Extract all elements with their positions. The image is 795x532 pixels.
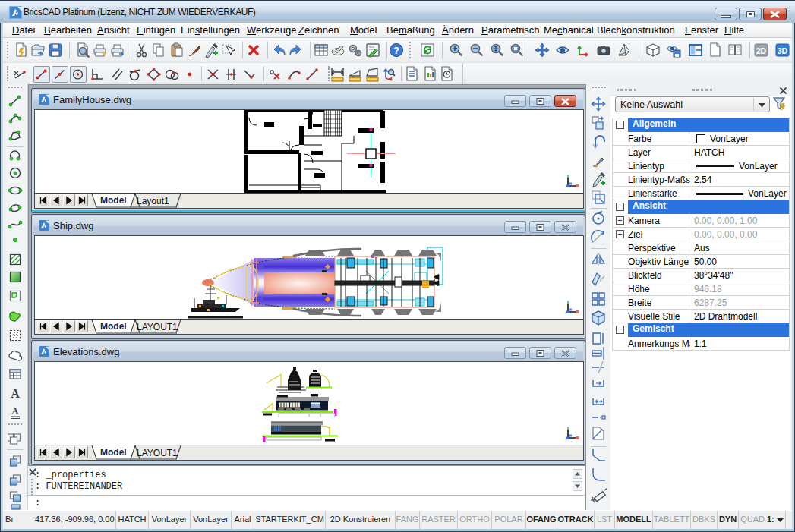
svg-text:3D: 3D (778, 46, 788, 55)
svg-text:?: ? (393, 45, 399, 56)
svg-text:2D: 2D (756, 46, 767, 55)
svg-text:A: A (11, 387, 20, 400)
svg-text:A: A (11, 405, 19, 417)
